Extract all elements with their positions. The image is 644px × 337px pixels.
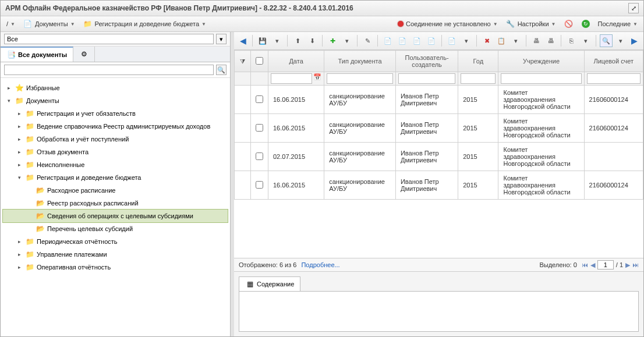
- pager-next[interactable]: ▶: [625, 261, 630, 269]
- folder-icon: 📁: [25, 250, 34, 259]
- pager-first[interactable]: ⏮: [582, 261, 588, 268]
- menu-root[interactable]: / ▼: [4, 19, 17, 29]
- tab-settings[interactable]: ⚙: [73, 47, 95, 62]
- tree-filter-input[interactable]: [4, 65, 214, 75]
- cell-date: 16.06.2015: [268, 171, 324, 200]
- detail-tab-content[interactable]: ▦ Содержание: [239, 276, 300, 291]
- tool-doc2[interactable]: 📄: [396, 34, 409, 47]
- tool-doc4[interactable]: 📄: [425, 34, 438, 47]
- tool-dd3[interactable]: ▾: [509, 34, 522, 47]
- filter-creator-input[interactable]: [398, 73, 455, 84]
- connection-icon: [398, 21, 404, 27]
- tool-copy[interactable]: 📋: [495, 34, 508, 47]
- tool-dropdown[interactable]: ▾: [271, 34, 284, 47]
- connection-status[interactable]: Соединение не установлено ▼: [395, 19, 500, 29]
- tool-print2[interactable]: 🖶: [544, 34, 557, 47]
- col-org[interactable]: Учреждение: [498, 51, 584, 72]
- tree-documents[interactable]: ▾📁Документы: [3, 94, 228, 107]
- tree-favorites[interactable]: ▸⭐Избранные: [3, 81, 228, 94]
- connection-label: Соединение не установлено: [406, 20, 491, 27]
- row-checkbox[interactable]: [256, 181, 263, 189]
- cell-date: 16.06.2015: [268, 114, 324, 143]
- col-year[interactable]: Год: [458, 51, 498, 72]
- tool-search-doc[interactable]: 📄: [445, 34, 458, 47]
- cell-org: Комитет здравоохранения Новгородской обл…: [498, 86, 584, 114]
- col-doctype[interactable]: Тип документа: [324, 51, 396, 72]
- tree-child[interactable]: 📂Реестр расходных расписаний: [3, 197, 228, 210]
- tree-filter-search-button[interactable]: 🔍: [216, 65, 227, 75]
- tree-item[interactable]: ▸📁Неисполненные: [3, 158, 228, 171]
- tool-more[interactable]: ▾: [341, 34, 353, 47]
- status-shown: Отображено: 6 из 6: [239, 261, 296, 268]
- cell-date: 16.06.2015: [268, 86, 324, 114]
- tree-child-selected[interactable]: 📂Сведения об операциях с целевыми субсид…: [3, 210, 228, 222]
- filter-org-input[interactable]: [501, 73, 581, 84]
- tool-delete[interactable]: ✖: [480, 34, 493, 47]
- tool-dd5[interactable]: ▾: [614, 34, 627, 47]
- menu-recent-label: Последние: [598, 20, 631, 27]
- tree-child[interactable]: 📂Перечень целевых субсидий: [3, 222, 228, 235]
- table-row[interactable]: 02.07.2015санкционирование АУ/БУИванов П…: [235, 143, 643, 171]
- tab-all-documents[interactable]: 📑 Все документы: [1, 47, 73, 62]
- tool-export[interactable]: ⎘: [565, 34, 578, 47]
- sidebar-clear-button[interactable]: ▾: [216, 34, 227, 44]
- col-creator[interactable]: Пользователь-создатель: [395, 51, 458, 72]
- tool-down[interactable]: ⬇: [306, 34, 319, 47]
- row-checkbox[interactable]: [256, 124, 263, 132]
- status-bar: Отображено: 6 из 6 Подробнее... Выделено…: [234, 258, 643, 271]
- filter-doctype-input[interactable]: [327, 73, 393, 84]
- pager-prev[interactable]: ◀: [590, 261, 595, 269]
- col-date[interactable]: Дата: [268, 51, 324, 72]
- expand-button[interactable]: ⤢: [628, 3, 639, 13]
- tree-child[interactable]: 📂Расходное расписание: [3, 184, 228, 197]
- tree-item[interactable]: ▸📁Периодическая отчётность: [3, 235, 228, 248]
- tool-up[interactable]: ⬆: [291, 34, 304, 47]
- sidebar-search-input[interactable]: [4, 34, 214, 44]
- row-checkbox[interactable]: [256, 152, 263, 160]
- pager-last[interactable]: ⏭: [632, 261, 639, 268]
- tool-doc3[interactable]: 📄: [411, 34, 423, 47]
- tool-save[interactable]: 💾: [256, 34, 269, 47]
- col-acc[interactable]: Лицевой счет: [584, 51, 643, 72]
- tree-registration-budget[interactable]: ▾📁Регистрация и доведение бюджета: [3, 171, 228, 184]
- table-row[interactable]: 16.06.2015санкционирование АУ/БУИванов П…: [235, 86, 643, 114]
- pager: ⏮ ◀ / 1 ▶ ⏭: [582, 260, 639, 269]
- tree-item[interactable]: ▸📁Оперативная отчётность: [3, 261, 228, 274]
- filter-acc-input[interactable]: [587, 73, 641, 84]
- tool-find[interactable]: 🔍: [600, 34, 613, 47]
- nav-prev-button[interactable]: ◀: [238, 36, 249, 45]
- menu-settings[interactable]: 🔧 Настройки ▼: [504, 18, 558, 30]
- tree-item[interactable]: ▸📁Ведение справочника Реестр администрир…: [3, 120, 228, 133]
- filter-icon[interactable]: ⧩: [235, 51, 251, 72]
- menu-refresh[interactable]: ↻: [579, 19, 592, 29]
- tool-add[interactable]: ✚: [326, 34, 339, 47]
- tree-item[interactable]: ▸📁Отзыв документа: [3, 146, 228, 158]
- tool-doc1[interactable]: 📄: [381, 34, 394, 47]
- tree-item[interactable]: ▸📁Управление платежами: [3, 248, 228, 261]
- calendar-icon[interactable]: [313, 73, 321, 84]
- menu-documents[interactable]: 📄 Документы ▼: [21, 18, 77, 30]
- menu-registration-label: Регистрация и доведение бюджета: [95, 20, 200, 27]
- tool-dd2[interactable]: ▾: [460, 34, 473, 47]
- filter-year-input[interactable]: [461, 73, 496, 84]
- menu-recent[interactable]: Последние ▼: [596, 19, 641, 29]
- table-row[interactable]: 16.06.2015санкционирование АУ/БУИванов П…: [235, 171, 643, 200]
- filter-date-input[interactable]: [271, 73, 312, 84]
- status-more-link[interactable]: Подробнее...: [301, 261, 339, 268]
- detail-tab-label: Содержание: [257, 281, 294, 288]
- tool-print[interactable]: 🖶: [530, 34, 543, 47]
- row-checkbox[interactable]: [256, 95, 263, 103]
- nav-next-button[interactable]: ▶: [629, 36, 640, 45]
- folder-icon: 📁: [83, 19, 93, 29]
- menu-block[interactable]: 🚫: [562, 18, 576, 30]
- cell-doctype: санкционирование АУ/БУ: [324, 86, 396, 114]
- tool-edit[interactable]: ✎: [361, 34, 374, 47]
- table-row[interactable]: 16.06.2015санкционирование АУ/БУИванов П…: [235, 114, 643, 143]
- pager-page-input[interactable]: [597, 260, 614, 269]
- select-all-checkbox[interactable]: [256, 57, 263, 65]
- tree-item[interactable]: ▸📁Обработка и учёт поступлений: [3, 133, 228, 146]
- cell-year: 2015: [458, 143, 498, 171]
- tree-item[interactable]: ▸📁Регистрация и учет обязательств: [3, 107, 228, 120]
- tool-dd4[interactable]: ▾: [579, 34, 592, 47]
- menu-registration[interactable]: 📁 Регистрация и доведение бюджета ▼: [81, 18, 208, 30]
